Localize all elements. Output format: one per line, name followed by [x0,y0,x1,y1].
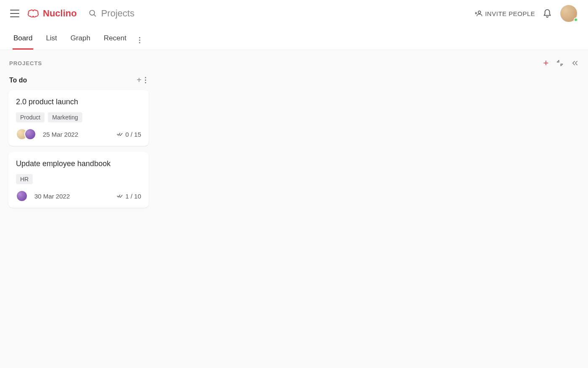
tag: Product [16,112,45,122]
card-title: Update employee handbook [16,159,141,168]
view-tabs: Board List Graph Recent [0,27,588,50]
add-column-button[interactable]: + [543,58,549,69]
collapse-diagonal-icon[interactable] [556,59,564,67]
invite-people-button[interactable]: INVITE PEOPLE [475,10,535,17]
card-checklist: 0 / 15 [116,131,141,138]
breadcrumb: Projects [101,8,134,19]
app-logo[interactable]: Nuclino [27,8,77,19]
avatar [16,190,28,202]
tab-more-button[interactable] [139,32,140,49]
user-menu[interactable] [559,4,578,23]
search-icon [89,9,97,18]
card-title: 2.0 product launch [16,98,141,106]
column-todo: To do+2.0 product launchProductMarketing… [8,74,149,214]
tab-recent[interactable]: Recent [103,32,127,50]
board-header: PROJECTS + [8,57,580,74]
column-header: To do+ [8,74,149,90]
topbar: Nuclino Projects INVITE PEOPLE [0,0,588,27]
card-avatars [16,190,28,202]
card-tags: ProductMarketing [16,112,141,122]
checklist-icon [116,193,123,199]
svg-line-1 [94,15,95,16]
tag: Marketing [48,112,82,122]
board-title: PROJECTS [9,60,42,66]
tab-graph[interactable]: Graph [70,32,91,50]
card-footer: 30 Mar 20221 / 10 [16,190,141,202]
tag: HR [16,174,33,184]
more-icon [145,77,146,83]
notifications-button[interactable] [543,9,552,18]
menu-button[interactable] [10,10,19,17]
card-meta: 0 / 15 [116,131,141,138]
avatar [24,128,36,140]
search-button[interactable]: Projects [89,8,134,19]
invite-icon [475,10,483,17]
column-more-button[interactable] [145,77,146,83]
card-checklist: 1 / 10 [116,193,141,200]
board-area: PROJECTS + To do+2.0 product launchProdu… [0,50,588,368]
invite-label: INVITE PEOPLE [485,10,535,17]
tab-board[interactable]: Board [13,32,33,50]
checklist-icon [116,131,123,138]
presence-indicator [574,18,578,22]
card-checklist-count: 0 / 15 [125,131,141,138]
svg-point-2 [478,11,480,13]
card-meta: 1 / 10 [116,193,141,200]
card-checklist-count: 1 / 10 [125,193,141,200]
card-avatars [16,128,36,140]
column-title: To do [9,77,27,84]
card-footer: 25 Mar 20220 / 15 [16,128,141,140]
card[interactable]: Update employee handbookHR30 Mar 20221 /… [8,152,149,208]
column-add-card-button[interactable]: + [136,75,142,85]
brain-icon [27,8,39,19]
more-icon [139,37,140,43]
tab-list[interactable]: List [45,32,58,50]
card-date: 30 Mar 2022 [34,193,70,200]
card[interactable]: 2.0 product launchProductMarketing25 Mar… [8,90,149,146]
collapse-panel-button[interactable] [571,59,579,67]
app-name: Nuclino [43,8,77,19]
board-columns: To do+2.0 product launchProductMarketing… [8,74,580,214]
card-date: 25 Mar 2022 [43,131,78,138]
card-tags: HR [16,174,141,184]
